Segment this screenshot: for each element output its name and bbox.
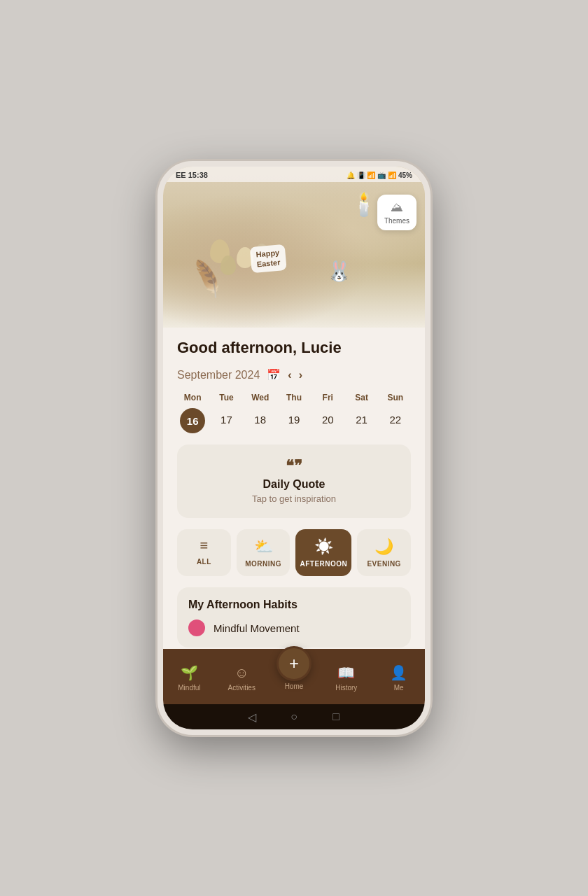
afternoon-icon: ☀️ bbox=[314, 538, 333, 556]
habit-dot-mindful bbox=[188, 620, 205, 636]
calendar-day-21[interactable]: 21 bbox=[346, 408, 377, 433]
filter-all-button[interactable]: ≡ ALL bbox=[177, 529, 231, 576]
morning-icon: ⛅ bbox=[254, 538, 273, 556]
time-filter: ≡ ALL ⛅ MORNING ☀️ AFTERNOON 🌙 EVENING bbox=[177, 529, 411, 576]
day-header-sun: Sun bbox=[380, 390, 411, 405]
carrier-time: EE 15:38 bbox=[176, 171, 208, 179]
mindful-nav-icon: 🌱 bbox=[181, 664, 198, 681]
nav-me[interactable]: 👤 Me bbox=[372, 664, 425, 692]
nav-activities[interactable]: ☺ Activities bbox=[216, 665, 268, 692]
habits-title: My Afternoon Habits bbox=[188, 598, 400, 611]
habits-section: My Afternoon Habits Mindful Movement bbox=[177, 587, 411, 648]
themes-icon: ⛰ bbox=[391, 200, 403, 215]
bottom-navigation: 🌱 Mindful ☺ Activities + Home 📖 History … bbox=[163, 649, 425, 704]
calendar-grid: Mon Tue Wed Thu Fri Sat Sun 16 17 18 19 … bbox=[177, 390, 411, 433]
mindful-nav-label: Mindful bbox=[178, 684, 200, 692]
quote-title: Daily Quote bbox=[188, 478, 400, 491]
day-header-mon: Mon bbox=[177, 390, 208, 405]
bunny-icon: 🐰 bbox=[327, 260, 351, 283]
quote-marks: ❝❞ bbox=[188, 458, 400, 474]
themes-label: Themes bbox=[384, 217, 410, 225]
calendar-day-22[interactable]: 22 bbox=[380, 408, 411, 433]
morning-label: MORNING bbox=[245, 560, 281, 568]
habit-item-mindful[interactable]: Mindful Movement bbox=[188, 620, 400, 636]
nav-home-center: + Home bbox=[268, 646, 321, 690]
easter-text: Happy Easter bbox=[249, 244, 286, 273]
android-home-button[interactable]: ○ bbox=[287, 710, 301, 724]
history-nav-label: History bbox=[335, 684, 357, 692]
afternoon-label: AFTERNOON bbox=[300, 560, 347, 568]
history-nav-icon: 📖 bbox=[337, 664, 355, 681]
day-header-sat: Sat bbox=[346, 390, 377, 405]
activities-nav-label: Activities bbox=[227, 684, 255, 692]
filter-evening-button[interactable]: 🌙 EVENING bbox=[357, 529, 411, 576]
android-back-button[interactable]: ◁ bbox=[245, 710, 259, 724]
nav-mindful[interactable]: 🌱 Mindful bbox=[163, 664, 216, 692]
greeting-text: Good afternoon, Lucie bbox=[177, 339, 411, 357]
android-navigation-bar: ◁ ○ □ bbox=[163, 704, 425, 729]
calendar-day-20[interactable]: 20 bbox=[312, 408, 343, 433]
nav-history[interactable]: 📖 History bbox=[320, 664, 372, 692]
quote-subtitle: Tap to get inspiration bbox=[188, 493, 400, 504]
evening-label: EVENING bbox=[367, 560, 401, 568]
android-recent-button[interactable]: □ bbox=[329, 710, 343, 724]
scroll-content: Good afternoon, Lucie September 2024 📅 ‹… bbox=[163, 328, 425, 649]
habit-name-mindful: Mindful Movement bbox=[214, 622, 300, 634]
filter-afternoon-button[interactable]: ☀️ AFTERNOON bbox=[295, 529, 351, 576]
calendar-icon[interactable]: 📅 bbox=[267, 368, 281, 382]
day-header-fri: Fri bbox=[312, 390, 343, 405]
battery-label: 45% bbox=[398, 172, 412, 179]
activities-nav-icon: ☺ bbox=[234, 665, 248, 681]
hero-image: 🕯️ 🐰 🪶 Happy Easter ⛰ Themes bbox=[163, 167, 425, 328]
easter-background bbox=[163, 167, 425, 328]
month-year-label: September 2024 bbox=[177, 369, 260, 382]
next-month-button[interactable]: › bbox=[299, 369, 302, 382]
calendar-section: September 2024 📅 ‹ › Mon Tue Wed Thu Fri… bbox=[177, 368, 411, 433]
time-label: 15:38 bbox=[188, 171, 208, 179]
all-icon: ≡ bbox=[200, 538, 209, 554]
home-center-button[interactable]: + bbox=[276, 646, 312, 681]
status-bar: EE 15:38 🔔 📳 📶 📺 📶 45% bbox=[163, 167, 425, 182]
me-nav-icon: 👤 bbox=[390, 664, 407, 681]
calendar-day-17[interactable]: 17 bbox=[211, 408, 241, 433]
themes-button[interactable]: ⛰ Themes bbox=[377, 195, 416, 230]
calendar-day-19[interactable]: 19 bbox=[279, 408, 309, 433]
quote-card[interactable]: ❝❞ Daily Quote Tap to get inspiration bbox=[177, 444, 411, 518]
calendar-header: September 2024 📅 ‹ › bbox=[177, 368, 411, 382]
phone-frame: EE 15:38 🔔 📳 📶 📺 📶 45% 🕯️ 🐰 🪶 Happy bbox=[158, 161, 430, 735]
prev-month-button[interactable]: ‹ bbox=[288, 369, 291, 382]
carrier-label: EE bbox=[176, 171, 186, 179]
candle-icon: 🕯️ bbox=[350, 191, 378, 218]
signal-icons: 🔔 📳 📶 📺 📶 bbox=[346, 172, 396, 179]
home-nav-label: Home bbox=[285, 682, 304, 690]
easter-scene: 🕯️ 🐰 🪶 Happy Easter bbox=[163, 167, 425, 328]
home-plus-icon: + bbox=[289, 654, 299, 673]
me-nav-label: Me bbox=[394, 684, 404, 692]
calendar-day-16[interactable]: 16 bbox=[180, 408, 205, 433]
day-header-thu: Thu bbox=[279, 390, 309, 405]
filter-morning-button[interactable]: ⛅ MORNING bbox=[237, 529, 290, 576]
day-header-wed: Wed bbox=[245, 390, 276, 405]
status-icons: 🔔 📳 📶 📺 📶 45% bbox=[346, 172, 412, 179]
all-label: ALL bbox=[197, 558, 211, 566]
day-header-tue: Tue bbox=[211, 390, 241, 405]
calendar-day-18[interactable]: 18 bbox=[245, 408, 276, 433]
evening-icon: 🌙 bbox=[374, 538, 393, 556]
